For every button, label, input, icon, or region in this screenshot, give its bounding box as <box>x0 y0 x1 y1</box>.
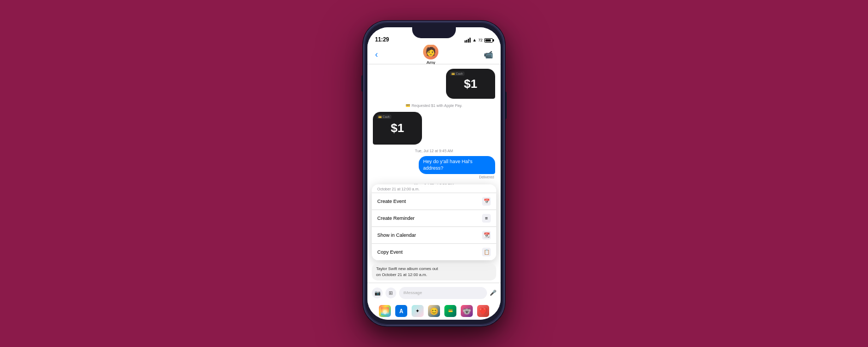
microphone-button[interactable]: 🎤 <box>490 290 496 296</box>
heart-icon: ❤️ <box>479 307 487 315</box>
battery-tip <box>493 39 494 41</box>
wifi-icon: ▲ <box>472 38 477 43</box>
show-in-calendar-label: Show in Calendar <box>377 232 416 238</box>
apps-icon: ⊞ <box>389 290 393 296</box>
message-preview-text: on October 21 at 12:00 a.m. <box>376 272 427 277</box>
status-icons: ▲ 72 <box>465 38 493 43</box>
cash-amount-sent: $1 <box>464 77 477 91</box>
back-button[interactable]: ‹ <box>375 50 378 59</box>
app-digital-touch[interactable]: ✦ <box>412 305 424 317</box>
input-bar: 📷 ⊞ iMessage 🎤 <box>367 283 501 302</box>
copy-event-icon-glyph: 📋 <box>484 249 490 255</box>
app-strip: 🌅 A ✦ 😊 💳 🐨 ❤️ <box>367 302 501 320</box>
create-reminder-icon-glyph: ≡ <box>485 216 487 221</box>
create-reminder-icon: ≡ <box>482 214 491 223</box>
message-preview: Taylor Swift new album comes out on Octo… <box>372 264 496 280</box>
battery-fill <box>485 39 491 41</box>
create-event-icon: 📅 <box>482 197 491 206</box>
avatar: 🧑 <box>423 44 438 59</box>
phone-device: 11:29 ▲ 72 <box>363 21 505 326</box>
message-input[interactable]: iMessage <box>399 287 487 299</box>
create-reminder-item[interactable]: Create Reminder ≡ <box>372 210 496 227</box>
context-menu-date: October 21 at 12:00 a.m. <box>372 184 496 193</box>
app-memoji[interactable]: 😊 <box>428 305 440 317</box>
digital-touch-icon: ✦ <box>415 308 420 314</box>
photos-icon: 🌅 <box>381 307 389 315</box>
app-photos[interactable]: 🌅 <box>379 305 391 317</box>
app-cash[interactable]: 💳 <box>444 305 456 317</box>
signal-icon <box>465 38 471 43</box>
app-animoji[interactable]: 🐨 <box>461 305 473 317</box>
phone-screen: 11:29 ▲ 72 <box>367 27 501 320</box>
battery-percent: 72 <box>478 38 483 42</box>
sent-cash-bubble: 💳 Cash $1 <box>446 69 495 99</box>
message-preview-sender: Taylor Swift new album comes out <box>376 266 438 271</box>
animoji-icon: 🐨 <box>462 307 471 315</box>
apps-button[interactable]: ⊞ <box>385 288 396 298</box>
notch <box>412 27 456 38</box>
status-time: 11:29 <box>375 37 389 43</box>
store-icon: A <box>399 308 403 314</box>
phone-frame: 11:29 ▲ 72 <box>363 21 505 326</box>
input-placeholder: iMessage <box>403 290 422 295</box>
camera-button[interactable]: 📷 <box>372 288 383 298</box>
contact-info[interactable]: 🧑 Amy <box>423 44 438 65</box>
battery-icon <box>484 38 493 43</box>
app-heart[interactable]: ❤️ <box>477 305 489 317</box>
signal-bar-1 <box>465 40 466 43</box>
video-call-button[interactable]: 📹 <box>484 50 493 59</box>
context-menu-overlay: October 21 at 12:00 a.m. Create Event 📅 … <box>372 97 496 283</box>
context-menu[interactable]: October 21 at 12:00 a.m. Create Event 📅 … <box>372 184 496 260</box>
show-in-calendar-icon: 📆 <box>482 231 491 240</box>
create-event-item[interactable]: Create Event 📅 <box>372 193 496 210</box>
copy-event-icon: 📋 <box>482 248 491 256</box>
create-event-icon-glyph: 📅 <box>484 199 490 204</box>
camera-icon: 📷 <box>374 290 381 296</box>
signal-bar-3 <box>468 39 469 43</box>
messages-area: 💳 Cash $1 💳 Requested $1 with Apple Pay.… <box>367 64 501 283</box>
create-event-label: Create Event <box>377 199 406 204</box>
signal-bar-2 <box>466 40 467 43</box>
cash-icon: 💳 <box>448 309 453 313</box>
app-store[interactable]: A <box>395 305 407 317</box>
show-in-calendar-item[interactable]: Show in Calendar 📆 <box>372 227 496 244</box>
power-button <box>505 92 507 119</box>
signal-bar-4 <box>469 38 471 43</box>
copy-event-item[interactable]: Copy Event 📋 <box>372 244 496 260</box>
show-in-calendar-icon-glyph: 📆 <box>484 232 490 238</box>
navigation-bar: ‹ 🧑 Amy 📹 <box>367 45 501 64</box>
copy-event-label: Copy Event <box>377 249 403 255</box>
avatar-emoji: 🧑 <box>425 46 436 57</box>
apple-cash-logo: 💳 Cash <box>450 71 465 76</box>
memoji-icon: 😊 <box>430 307 438 315</box>
create-reminder-label: Create Reminder <box>377 216 415 221</box>
